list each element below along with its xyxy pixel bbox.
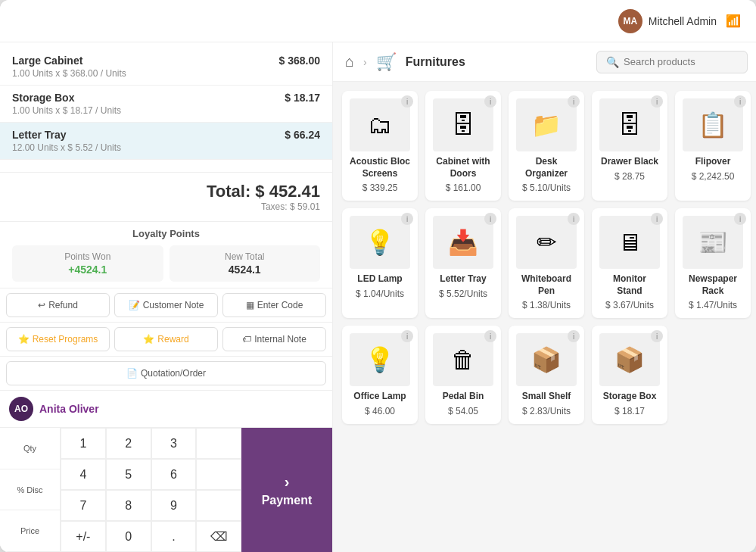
nav-bar: ⌂ › 🛒 Furnitures 🔍 (333, 42, 756, 82)
product-info-icon[interactable]: i (568, 213, 580, 225)
numpad-key[interactable]: 7 (61, 490, 106, 521)
numpad-key[interactable]: . (151, 521, 197, 552)
line-total: $ 368.00 (279, 55, 321, 67)
product-card[interactable]: i 📥 Letter Tray $ 5.52/Units (425, 208, 501, 318)
product-price: $ 2,242.50 (692, 171, 735, 182)
numpad-key[interactable]: 0 (106, 521, 151, 552)
product-info-icon[interactable]: i (401, 213, 413, 225)
payment-chevron: › (285, 473, 290, 491)
numpad-key[interactable]: 3 (151, 428, 197, 459)
product-card[interactable]: i 🗂 Acoustic Bloc Screens $ 339.25 (342, 91, 418, 201)
new-total-value: 4524.1 (179, 264, 312, 276)
product-name: LED Lamp (357, 273, 402, 285)
numpad-empty (196, 428, 241, 459)
enter-code-button[interactable]: ▦ Enter Code (222, 293, 326, 317)
quotation-order-button[interactable]: 📄 Quotation/Order (6, 361, 326, 385)
numpad-key[interactable]: 1 (61, 428, 106, 459)
refund-label: Refund (48, 300, 78, 310)
customer-note-button[interactable]: 📝 Customer Note (114, 293, 218, 317)
order-line[interactable]: Letter Tray $ 66.24 12.00 Units x $ 5.52… (0, 123, 332, 160)
order-line[interactable]: Large Cabinet $ 368.00 1.00 Units x $ 36… (0, 48, 332, 86)
product-info-icon[interactable]: i (651, 330, 663, 342)
reset-label: Reset Programs (33, 334, 98, 345)
product-info-icon[interactable]: i (651, 213, 663, 225)
product-price: $ 339.25 (362, 182, 398, 193)
line-total: $ 18.17 (285, 92, 320, 104)
numpad-key[interactable]: 2 (106, 428, 151, 459)
product-card[interactable]: i 🗄 Cabinet with Doors $ 161.00 (425, 91, 501, 201)
product-info-icon[interactable]: i (568, 95, 580, 108)
product-card[interactable]: i 📰 Newspaper Rack $ 1.47/Units (675, 208, 751, 318)
new-total-box: New Total 4524.1 (170, 245, 321, 282)
right-panel: ⌂ › 🛒 Furnitures 🔍 i 🗂 Acoustic Bloc Scr… (333, 42, 756, 552)
product-info-icon[interactable]: i (651, 95, 663, 108)
product-card[interactable]: i 💡 Office Lamp $ 46.00 (342, 326, 418, 424)
product-name: Newspaper Rack (683, 273, 743, 297)
product-card[interactable]: i 📦 Storage Box $ 18.17 (592, 326, 667, 424)
product-info-icon[interactable]: i (734, 213, 746, 225)
enter-code-label: Enter Code (257, 300, 303, 310)
product-card[interactable]: i 📋 Flipover $ 2,242.50 (675, 91, 751, 201)
taxes-value: $ 59.01 (290, 201, 320, 212)
reward-button[interactable]: ⭐ Reward (114, 327, 218, 351)
product-name: Office Lamp (353, 391, 406, 403)
customer-name: Anita Oliver (39, 403, 99, 415)
product-card[interactable]: i 💡 LED Lamp $ 1.04/Units (342, 208, 418, 318)
points-won-value: +4524.1 (21, 264, 154, 276)
numpad-key[interactable]: 9 (151, 490, 197, 521)
products-grid: i 🗂 Acoustic Bloc Screens $ 339.25 i 🗄 C… (333, 82, 756, 552)
refund-button[interactable]: ↩ Refund (6, 293, 110, 317)
product-info-icon[interactable]: i (484, 213, 496, 225)
reward-label: Reward (157, 334, 188, 345)
total-value: $ 452.41 (255, 182, 320, 201)
reset-programs-button[interactable]: ⭐ Reset Programs (6, 327, 110, 351)
numpad-key[interactable]: 8 (106, 490, 151, 521)
line-detail: 12.00 Units x $ 5.52 / Units (12, 142, 320, 153)
internal-note-icon: 🏷 (242, 334, 251, 345)
search-box[interactable]: 🔍 (596, 51, 748, 73)
product-price: $ 5.10/Units (522, 182, 571, 193)
product-image: 🗂 (350, 98, 410, 151)
mode-button[interactable]: Qty (0, 428, 60, 469)
line-name: Large Cabinet (12, 55, 82, 67)
product-card[interactable]: i 🗄 Drawer Black $ 28.75 (592, 91, 667, 201)
product-info-icon[interactable]: i (401, 95, 413, 108)
product-info-icon[interactable]: i (734, 95, 746, 108)
product-info-icon[interactable]: i (484, 330, 496, 342)
numpad-key[interactable]: 4 (61, 459, 106, 490)
product-card[interactable]: i 🖥 Monitor Stand $ 3.67/Units (592, 208, 667, 318)
mode-button[interactable]: % Disc (0, 469, 60, 511)
customer-note-label: Customer Note (143, 300, 204, 310)
search-input[interactable] (624, 56, 738, 67)
product-name: Monitor Stand (599, 273, 660, 297)
home-button[interactable]: ⌂ (345, 53, 354, 70)
order-line[interactable]: Storage Box $ 18.17 1.00 Units x $ 18.17… (0, 86, 332, 123)
mode-button[interactable]: Price (0, 510, 60, 552)
taxes-display: Taxes: $ 59.01 (12, 201, 320, 212)
numpad-key[interactable]: 5 (106, 459, 151, 490)
product-card[interactable]: i 🗑 Pedal Bin $ 54.05 (425, 326, 501, 424)
numpad-modes: Qty% DiscPrice (0, 428, 61, 552)
line-detail: 1.00 Units x $ 18.17 / Units (12, 105, 320, 116)
loyalty-title: Loyalty Points (12, 228, 320, 239)
payment-button[interactable]: › Payment (241, 428, 332, 552)
product-image: 🗑 (433, 333, 493, 386)
product-price: $ 18.17 (614, 406, 645, 416)
product-card[interactable]: i 📁 Desk Organizer $ 5.10/Units (509, 91, 584, 201)
product-card[interactable]: i 📦 Small Shelf $ 2.83/Units (509, 326, 584, 424)
numpad-key[interactable]: +/- (61, 521, 106, 552)
line-detail: 1.00 Units x $ 368.00 / Units (12, 68, 320, 79)
internal-note-button[interactable]: 🏷 Internal Note (222, 327, 326, 351)
product-name: Whiteboard Pen (516, 273, 577, 297)
product-info-icon[interactable]: i (568, 330, 580, 342)
numpad-key[interactable]: ⌫ (196, 521, 241, 552)
taxes-label: Taxes: (261, 201, 288, 212)
product-info-icon[interactable]: i (484, 95, 496, 108)
product-image: 💡 (350, 333, 410, 386)
product-price: $ 46.00 (365, 406, 395, 416)
product-info-icon[interactable]: i (401, 330, 413, 342)
product-image: 🖥 (599, 216, 660, 269)
product-image: 📦 (516, 333, 577, 386)
product-card[interactable]: i ✏ Whiteboard Pen $ 1.38/Units (509, 208, 584, 318)
numpad-key[interactable]: 6 (151, 459, 197, 490)
